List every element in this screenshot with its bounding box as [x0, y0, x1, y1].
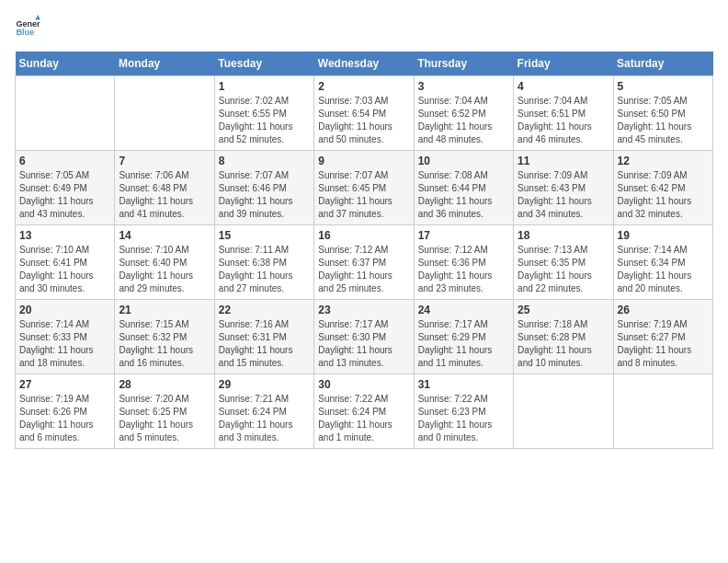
day-cell: 4Sunrise: 7:04 AM Sunset: 6:51 PM Daylig…: [514, 76, 613, 151]
logo: General Blue: [15, 15, 40, 40]
day-number: 10: [418, 155, 509, 167]
day-info: Sunrise: 7:21 AM Sunset: 6:24 PM Dayligh…: [219, 393, 310, 444]
day-info: Sunrise: 7:22 AM Sunset: 6:24 PM Dayligh…: [318, 393, 409, 444]
day-number: 31: [418, 378, 509, 391]
day-cell: 15Sunrise: 7:11 AM Sunset: 6:38 PM Dayli…: [214, 225, 313, 300]
day-info: Sunrise: 7:05 AM Sunset: 6:50 PM Dayligh…: [618, 95, 709, 146]
day-cell: 6Sunrise: 7:05 AM Sunset: 6:49 PM Daylig…: [16, 151, 115, 225]
weekday-header-friday: Friday: [514, 52, 613, 76]
day-number: 27: [19, 378, 110, 391]
day-cell: 9Sunrise: 7:07 AM Sunset: 6:45 PM Daylig…: [314, 151, 414, 225]
day-info: Sunrise: 7:16 AM Sunset: 6:31 PM Dayligh…: [219, 318, 310, 370]
day-number: 2: [318, 80, 409, 93]
day-number: 25: [518, 304, 609, 316]
day-cell: 17Sunrise: 7:12 AM Sunset: 6:36 PM Dayli…: [414, 225, 513, 300]
day-info: Sunrise: 7:12 AM Sunset: 6:36 PM Dayligh…: [418, 244, 509, 295]
svg-marker-2: [35, 15, 40, 20]
day-number: 13: [19, 229, 110, 242]
day-info: Sunrise: 7:17 AM Sunset: 6:29 PM Dayligh…: [418, 318, 509, 370]
week-row-0: 1Sunrise: 7:02 AM Sunset: 6:55 PM Daylig…: [16, 76, 713, 151]
day-number: 30: [318, 378, 409, 391]
day-number: 28: [119, 378, 210, 391]
svg-text:General: General: [16, 19, 40, 29]
day-cell: 7Sunrise: 7:06 AM Sunset: 6:48 PM Daylig…: [115, 151, 214, 225]
day-cell: 30Sunrise: 7:22 AM Sunset: 6:24 PM Dayli…: [314, 374, 414, 449]
day-cell: 16Sunrise: 7:12 AM Sunset: 6:37 PM Dayli…: [314, 225, 414, 300]
day-number: 21: [119, 304, 210, 316]
day-cell: 1Sunrise: 7:02 AM Sunset: 6:55 PM Daylig…: [214, 76, 313, 151]
weekday-header-sunday: Sunday: [16, 52, 115, 76]
day-number: 26: [618, 304, 709, 316]
weekday-header-saturday: Saturday: [613, 52, 712, 76]
day-info: Sunrise: 7:14 AM Sunset: 6:34 PM Dayligh…: [618, 244, 709, 295]
weekday-header-monday: Monday: [115, 52, 214, 76]
day-info: Sunrise: 7:02 AM Sunset: 6:55 PM Dayligh…: [219, 95, 310, 146]
day-cell: 23Sunrise: 7:17 AM Sunset: 6:30 PM Dayli…: [314, 300, 414, 374]
day-number: 6: [19, 155, 110, 167]
day-number: 24: [418, 304, 509, 316]
day-number: 18: [518, 229, 609, 242]
day-info: Sunrise: 7:14 AM Sunset: 6:33 PM Dayligh…: [19, 318, 110, 370]
day-info: Sunrise: 7:12 AM Sunset: 6:37 PM Dayligh…: [318, 244, 409, 295]
day-info: Sunrise: 7:19 AM Sunset: 6:27 PM Dayligh…: [618, 318, 709, 370]
day-cell: 14Sunrise: 7:10 AM Sunset: 6:40 PM Dayli…: [115, 225, 214, 300]
day-info: Sunrise: 7:11 AM Sunset: 6:38 PM Dayligh…: [219, 244, 310, 295]
logo-icon: General Blue: [15, 15, 40, 40]
day-info: Sunrise: 7:07 AM Sunset: 6:46 PM Dayligh…: [219, 169, 310, 221]
day-info: Sunrise: 7:08 AM Sunset: 6:44 PM Dayligh…: [418, 169, 509, 221]
day-cell: 25Sunrise: 7:18 AM Sunset: 6:28 PM Dayli…: [514, 300, 613, 374]
day-number: 7: [119, 155, 210, 167]
day-number: 12: [618, 155, 709, 167]
day-info: Sunrise: 7:09 AM Sunset: 6:43 PM Dayligh…: [518, 169, 609, 221]
day-info: Sunrise: 7:09 AM Sunset: 6:42 PM Dayligh…: [618, 169, 709, 221]
day-cell: 5Sunrise: 7:05 AM Sunset: 6:50 PM Daylig…: [613, 76, 712, 151]
day-info: Sunrise: 7:04 AM Sunset: 6:51 PM Dayligh…: [518, 95, 609, 146]
week-row-4: 27Sunrise: 7:19 AM Sunset: 6:26 PM Dayli…: [16, 374, 713, 449]
day-number: 5: [618, 80, 709, 93]
day-cell: [115, 76, 214, 151]
week-row-2: 13Sunrise: 7:10 AM Sunset: 6:41 PM Dayli…: [16, 225, 713, 300]
day-cell: 20Sunrise: 7:14 AM Sunset: 6:33 PM Dayli…: [16, 300, 115, 374]
day-info: Sunrise: 7:15 AM Sunset: 6:32 PM Dayligh…: [119, 318, 210, 370]
day-number: 3: [418, 80, 509, 93]
day-number: 15: [219, 229, 310, 242]
day-info: Sunrise: 7:06 AM Sunset: 6:48 PM Dayligh…: [119, 169, 210, 221]
day-info: Sunrise: 7:20 AM Sunset: 6:25 PM Dayligh…: [119, 393, 210, 444]
week-row-1: 6Sunrise: 7:05 AM Sunset: 6:49 PM Daylig…: [16, 151, 713, 225]
day-cell: 10Sunrise: 7:08 AM Sunset: 6:44 PM Dayli…: [414, 151, 513, 225]
day-info: Sunrise: 7:13 AM Sunset: 6:35 PM Dayligh…: [518, 244, 609, 295]
day-cell: 21Sunrise: 7:15 AM Sunset: 6:32 PM Dayli…: [115, 300, 214, 374]
day-cell: 3Sunrise: 7:04 AM Sunset: 6:52 PM Daylig…: [414, 76, 513, 151]
day-info: Sunrise: 7:05 AM Sunset: 6:49 PM Dayligh…: [19, 169, 110, 221]
day-number: 16: [318, 229, 409, 242]
day-info: Sunrise: 7:18 AM Sunset: 6:28 PM Dayligh…: [518, 318, 609, 370]
day-cell: 24Sunrise: 7:17 AM Sunset: 6:29 PM Dayli…: [414, 300, 513, 374]
day-cell: 12Sunrise: 7:09 AM Sunset: 6:42 PM Dayli…: [613, 151, 712, 225]
day-number: 1: [219, 80, 310, 93]
day-cell: [16, 76, 115, 151]
day-cell: 2Sunrise: 7:03 AM Sunset: 6:54 PM Daylig…: [314, 76, 414, 151]
day-number: 22: [219, 304, 310, 316]
day-cell: 8Sunrise: 7:07 AM Sunset: 6:46 PM Daylig…: [214, 151, 313, 225]
day-cell: 19Sunrise: 7:14 AM Sunset: 6:34 PM Dayli…: [613, 225, 712, 300]
header: General Blue: [15, 15, 713, 40]
day-number: 14: [119, 229, 210, 242]
day-info: Sunrise: 7:10 AM Sunset: 6:41 PM Dayligh…: [19, 244, 110, 295]
day-info: Sunrise: 7:10 AM Sunset: 6:40 PM Dayligh…: [119, 244, 210, 295]
day-cell: 29Sunrise: 7:21 AM Sunset: 6:24 PM Dayli…: [214, 374, 313, 449]
day-cell: [514, 374, 613, 449]
svg-text:Blue: Blue: [16, 28, 34, 37]
weekday-header-thursday: Thursday: [414, 52, 513, 76]
day-number: 9: [318, 155, 409, 167]
day-info: Sunrise: 7:03 AM Sunset: 6:54 PM Dayligh…: [318, 95, 409, 146]
day-cell: 22Sunrise: 7:16 AM Sunset: 6:31 PM Dayli…: [214, 300, 313, 374]
week-row-3: 20Sunrise: 7:14 AM Sunset: 6:33 PM Dayli…: [16, 300, 713, 374]
weekday-header-row: SundayMondayTuesdayWednesdayThursdayFrid…: [16, 52, 713, 76]
day-info: Sunrise: 7:22 AM Sunset: 6:23 PM Dayligh…: [418, 393, 509, 444]
day-cell: 28Sunrise: 7:20 AM Sunset: 6:25 PM Dayli…: [115, 374, 214, 449]
day-cell: 26Sunrise: 7:19 AM Sunset: 6:27 PM Dayli…: [613, 300, 712, 374]
day-number: 8: [219, 155, 310, 167]
day-number: 4: [518, 80, 609, 93]
day-info: Sunrise: 7:04 AM Sunset: 6:52 PM Dayligh…: [418, 95, 509, 146]
weekday-header-wednesday: Wednesday: [314, 52, 414, 76]
